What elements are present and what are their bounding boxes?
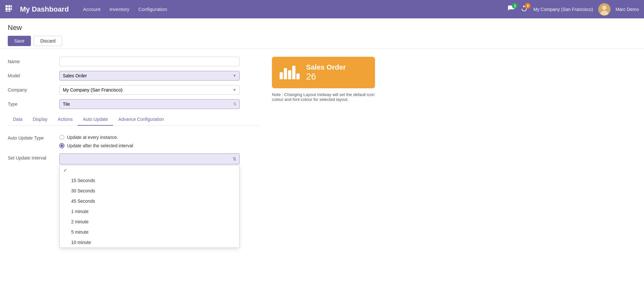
company-select[interactable]: My Company (San Francisco) (59, 85, 240, 95)
tile-text: Sales Order 26 (306, 63, 346, 82)
bar3 (288, 70, 291, 79)
svg-rect-1 (8, 5, 11, 7)
user-avatar[interactable] (598, 3, 610, 15)
messages-badge: 2 (512, 3, 518, 9)
company-label[interactable]: My Company (San Francisco) (533, 7, 593, 12)
messages-icon-button[interactable]: 2 (507, 5, 515, 14)
interval-option-45s[interactable]: 45 Seconds (60, 196, 239, 206)
bar4 (292, 66, 295, 79)
tabs: Data Display Actions Auto Update Advance… (8, 113, 259, 126)
company-row: Company My Company (San Francisco) ▼ (8, 85, 259, 95)
interval-option-45s-label: 45 Seconds (71, 199, 95, 204)
topnav: My Dashboard Account Inventory Configura… (0, 0, 644, 18)
username-label: Marc Demo (616, 7, 639, 12)
interval-option-5m[interactable]: 5 minute (60, 227, 239, 237)
discard-button[interactable]: Discard (34, 36, 62, 46)
model-select[interactable]: Sales Order (59, 71, 240, 81)
auto-update-section: Auto Update Type Update at every instanc… (8, 132, 259, 167)
name-label: Name (8, 59, 59, 64)
tab-auto-update[interactable]: Auto Update (78, 113, 113, 126)
bar1 (280, 72, 283, 79)
interval-option-empty[interactable]: ✓ (60, 165, 239, 175)
page-body: New Save Discard Name Model Sales Order (0, 18, 644, 282)
tile-title: Sales Order (306, 63, 346, 72)
interval-option-30s-label: 30 Seconds (71, 188, 95, 193)
interval-option-1m-label: 1 minute (71, 209, 89, 214)
updates-icon-button[interactable]: 8 (520, 5, 528, 14)
svg-rect-4 (8, 8, 11, 10)
tile-icon (280, 66, 300, 79)
name-input-wrap (59, 57, 240, 66)
auto-update-type-label: Auto Update Type (8, 135, 59, 141)
interval-label: Set Update Interval (8, 153, 59, 160)
interval-option-2m-label: 2 minute (71, 219, 89, 224)
svg-rect-5 (11, 8, 12, 10)
type-select[interactable]: Tile (59, 99, 240, 109)
svg-rect-6 (5, 11, 8, 12)
radio-instance-label: Update at every instance. (67, 135, 118, 140)
radio-circle-instance (59, 135, 64, 140)
radio-selected-interval[interactable]: Update after the selected interval (59, 143, 133, 148)
form-section: Name Model Sales Order ▼ Company (8, 57, 259, 167)
page-header: New Save Discard (0, 18, 644, 49)
main-content: Name Model Sales Order ▼ Company (0, 49, 644, 175)
svg-rect-7 (8, 11, 11, 12)
interval-dropdown-list: ✓ 15 Seconds 30 Seconds (59, 165, 240, 248)
type-row: Type Tile ⇅ (8, 99, 259, 109)
preview-tile: Sales Order 26 (272, 57, 375, 88)
tile-count: 26 (306, 72, 346, 82)
svg-rect-2 (11, 5, 12, 7)
radio-every-instance[interactable]: Update at every instance. (59, 135, 133, 140)
company-select-wrapper: My Company (San Francisco) ▼ (59, 85, 240, 95)
radio-circle-interval (59, 143, 64, 148)
page-actions: Save Discard (8, 36, 636, 46)
menu-configuration[interactable]: Configuration (135, 5, 171, 14)
name-input[interactable] (59, 57, 240, 66)
radio-options: Update at every instance. Update after t… (59, 135, 133, 148)
updates-badge: 8 (525, 3, 531, 9)
bar2 (284, 68, 287, 79)
topnav-menu: Account Inventory Configuration (79, 5, 171, 14)
interval-option-1m[interactable]: 1 minute (60, 206, 239, 217)
page-new-label: New (8, 24, 636, 32)
radio-interval-label: Update after the selected interval (67, 143, 133, 148)
model-select-wrapper: Sales Order ▼ (59, 71, 240, 81)
app-title: My Dashboard (20, 5, 69, 14)
tab-actions[interactable]: Actions (53, 113, 78, 126)
svg-rect-3 (5, 8, 8, 10)
interval-option-5m-label: 5 minute (71, 229, 89, 235)
interval-option-10m[interactable]: 10 minute (60, 237, 239, 248)
tab-data[interactable]: Data (8, 113, 28, 126)
menu-account[interactable]: Account (79, 5, 104, 14)
preview-note: Note : Changing Layout midway will set t… (272, 92, 375, 102)
menu-inventory[interactable]: Inventory (106, 5, 133, 14)
save-button[interactable]: Save (8, 36, 31, 46)
svg-point-9 (602, 5, 607, 10)
interval-option-15s-label: 15 Seconds (71, 178, 95, 183)
interval-row: Set Update Interval ⇅ ✓ (8, 153, 259, 164)
interval-option-15s[interactable]: 15 Seconds (60, 175, 239, 186)
topnav-right: 2 8 My Company (San Francisco) Marc Demo (507, 3, 639, 15)
apps-icon[interactable] (5, 5, 12, 14)
preview-section: Sales Order 26 Note : Changing Layout mi… (272, 57, 375, 167)
model-label: Model (8, 73, 59, 78)
interval-dropdown-trigger[interactable] (59, 153, 240, 164)
type-select-wrapper: Tile ⇅ (59, 99, 240, 109)
tab-display[interactable]: Display (28, 113, 53, 126)
auto-update-type-row: Auto Update Type Update at every instanc… (8, 135, 259, 148)
check-icon: ✓ (63, 168, 69, 173)
svg-rect-0 (5, 5, 8, 7)
bar-chart-icon (280, 66, 300, 79)
interval-dropdown-container: ⇅ ✓ 15 Seconds (59, 153, 240, 164)
tab-advance-configuration[interactable]: Advance Configuration (113, 113, 169, 126)
interval-option-30s[interactable]: 30 Seconds (60, 186, 239, 196)
bar5 (296, 73, 300, 79)
name-row: Name (8, 57, 259, 66)
company-label: Company (8, 87, 59, 92)
type-label: Type (8, 102, 59, 107)
interval-option-10m-label: 10 minute (71, 240, 91, 245)
interval-option-2m[interactable]: 2 minute (60, 217, 239, 227)
model-row: Model Sales Order ▼ (8, 71, 259, 81)
